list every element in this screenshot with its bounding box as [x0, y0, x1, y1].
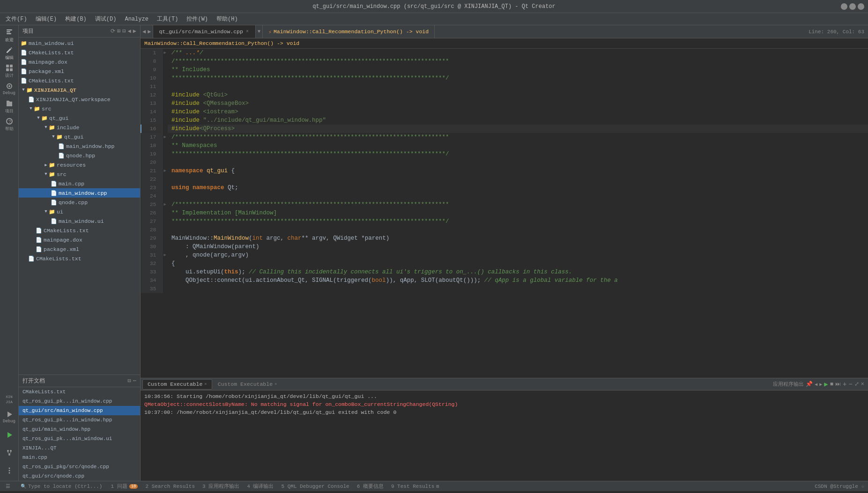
sidebar-icon-help[interactable]: ? 帮助	[1, 116, 18, 133]
output-plus[interactable]: +	[843, 381, 846, 388]
status-overview[interactable]: 6 概要信息	[355, 483, 386, 490]
editor-tab-main[interactable]: qt_gui/src/main_window.cpp ×	[153, 25, 255, 38]
fold-indicator[interactable]: ▶	[162, 251, 168, 259]
status-test[interactable]: 9 Test Results ⊞	[389, 484, 441, 489]
tree-item-main-cpp[interactable]: 📄 main.cpp	[19, 179, 140, 188]
titlebar-controls[interactable]	[841, 3, 864, 10]
output-step[interactable]: ⏭	[835, 381, 841, 388]
fold-indicator[interactable]	[162, 141, 168, 150]
open-doc[interactable]: qt_gui/main_window.hpp	[19, 425, 140, 434]
filter-icon[interactable]: ⊞	[117, 28, 120, 35]
tree-item-mainwindow-ui[interactable]: 📄 main_window.ui	[19, 216, 140, 226]
output-stop[interactable]: ■	[830, 381, 833, 388]
status-qml-debug[interactable]: 5 QML Debugger Console	[279, 484, 351, 489]
sidebar-icon-more[interactable]	[1, 462, 18, 479]
open-doc[interactable]: qt_ros_gui_pk...in_window.hpp	[19, 415, 140, 425]
fold-indicator[interactable]	[162, 158, 168, 167]
fold-indicator[interactable]	[162, 226, 168, 234]
tree-item-qtgui[interactable]: ▼ 📁 qt_gui	[19, 113, 140, 123]
tab-options[interactable]: ▼	[258, 29, 260, 34]
output-minus[interactable]: −	[848, 381, 852, 388]
next-icon[interactable]: ▶	[133, 28, 136, 35]
bottom-tab-custom2[interactable]: Custom Executable ×	[213, 379, 282, 390]
fold-indicator[interactable]	[162, 125, 168, 133]
tree-item-mainpage[interactable]: 📄 mainpage.dox	[19, 235, 140, 244]
open-doc[interactable]: main.cpp	[19, 453, 140, 462]
sidebar-icon-git[interactable]	[1, 444, 18, 461]
output-prev[interactable]: ◀	[815, 382, 817, 387]
nav-forward[interactable]: ▶	[148, 28, 151, 35]
tree-item-mainwindow-hpp[interactable]: 📄 main_window.hpp	[19, 141, 140, 151]
output-pin[interactable]: 📌	[806, 381, 813, 388]
fold-indicator[interactable]	[162, 276, 168, 285]
menu-analyze[interactable]: Analyze	[121, 15, 152, 23]
tree-item-cmake3[interactable]: 📄 CMakeLists.txt	[19, 254, 140, 263]
sidebar-icon-projects[interactable]: 项目	[1, 98, 18, 115]
output-expand[interactable]: ⤢	[854, 381, 859, 388]
fold-indicator[interactable]	[162, 99, 168, 108]
tab-close-custom1[interactable]: ×	[204, 382, 207, 387]
fold-indicator[interactable]	[162, 209, 168, 217]
open-doc[interactable]: qt_ros_gui_pkg/src/qnode.cpp	[19, 462, 140, 471]
tree-item[interactable]: 📄 mainpage.dox	[19, 57, 140, 66]
editor-tab-function[interactable]: ⚡ MainWindow::Call_Recommendation_Python…	[263, 25, 435, 38]
menu-controls[interactable]: 控件(W)	[183, 14, 212, 24]
menu-file[interactable]: 文件(F)	[2, 14, 31, 24]
open-doc-active[interactable]: qt_gui/src/main_window.cpp	[19, 406, 140, 415]
fold-indicator[interactable]	[162, 243, 168, 251]
fold-indicator[interactable]	[162, 217, 168, 226]
tree-item-ui[interactable]: ▼ 📁 ui	[19, 207, 140, 216]
sidebar-icon-welcome[interactable]: 欢迎	[1, 27, 18, 44]
status-app-output[interactable]: 3 应用程序输出	[200, 483, 241, 490]
tree-item[interactable]: 📄 CMakeLists.txt	[19, 48, 140, 57]
code-editor[interactable]: 1 ▶ /** ...*/ 8 /***********************…	[141, 49, 868, 378]
status-build[interactable]: ☰	[4, 483, 12, 489]
sidebar-icon-debug2[interactable]: Debug	[1, 409, 18, 426]
menu-help[interactable]: 帮助(H)	[213, 14, 242, 24]
sidebar-icon-design[interactable]: 设计	[1, 63, 18, 80]
open-docs-options[interactable]: ⋯	[133, 377, 136, 384]
status-compile[interactable]: 4 编译输出	[245, 483, 275, 490]
nav-back[interactable]: ◀	[142, 28, 146, 35]
tree-item-xinjianjia[interactable]: ▼ 📁 XINJIANJIA_QT	[19, 85, 140, 95]
menu-tools[interactable]: 工具(T)	[153, 14, 182, 24]
tab-close-custom2[interactable]: ×	[274, 382, 277, 387]
sidebar-icon-xinjia[interactable]: XINJIA	[1, 391, 18, 408]
tree-item-qnode-cpp[interactable]: 📄 qnode.cpp	[19, 198, 140, 207]
tree-item-package[interactable]: 📄 package.xml	[19, 244, 140, 254]
prev-icon[interactable]: ◀	[128, 28, 131, 35]
minimize-button[interactable]	[841, 3, 847, 10]
output-close[interactable]: ×	[861, 381, 864, 388]
tree-item[interactable]: 📁 main_window.ui	[19, 38, 140, 48]
fold-indicator[interactable]: ▶	[162, 167, 168, 175]
menu-build[interactable]: 构建(B)	[61, 14, 90, 24]
fold-indicator[interactable]	[162, 268, 168, 276]
tree-item-src2[interactable]: ▼ 📁 src	[19, 169, 140, 179]
fold-indicator[interactable]	[162, 150, 168, 158]
tree-item-qnode-hpp[interactable]: 📄 qnode.hpp	[19, 151, 140, 160]
tree-item[interactable]: 📄 package.xml	[19, 66, 140, 76]
open-docs-expand[interactable]: ⊟	[128, 377, 131, 384]
tab-close-main[interactable]: ×	[245, 29, 250, 34]
bottom-tab-custom1[interactable]: Custom Executable ×	[142, 379, 212, 390]
open-doc[interactable]: qt_ros_gui_pk...in_window.cpp	[19, 397, 140, 406]
fold-indicator[interactable]: ▶	[162, 49, 168, 57]
tree-item-qtgui2[interactable]: ▼ 📁 qt_gui	[19, 132, 140, 141]
tree-item[interactable]: 📄 CMakeLists.txt	[19, 76, 140, 85]
tree-item-src[interactable]: ▼ 📁 src	[19, 104, 140, 113]
output-play[interactable]: ▶	[824, 380, 828, 388]
tree-item-include[interactable]: ▼ 📁 include	[19, 123, 140, 132]
fold-indicator[interactable]	[162, 184, 168, 192]
status-problems[interactable]: 1 问题 10	[109, 483, 140, 490]
fold-indicator[interactable]	[162, 82, 168, 91]
status-search-results[interactable]: 2 Search Results	[143, 484, 197, 489]
sidebar-icon-run[interactable]	[1, 427, 18, 443]
tree-item-mainwindow-cpp[interactable]: 📄 main_window.cpp	[19, 188, 140, 198]
fold-indicator[interactable]	[162, 285, 168, 293]
tree-item[interactable]: 📄 XINJIANJIA_QT.workspace	[19, 95, 140, 104]
fold-indicator[interactable]	[162, 192, 168, 200]
fold-indicator[interactable]	[162, 108, 168, 116]
fold-indicator[interactable]	[162, 175, 168, 184]
tree-item-cmake2[interactable]: 📄 CMakeLists.txt	[19, 226, 140, 235]
sidebar-icon-debug[interactable]: Debug	[1, 81, 18, 97]
